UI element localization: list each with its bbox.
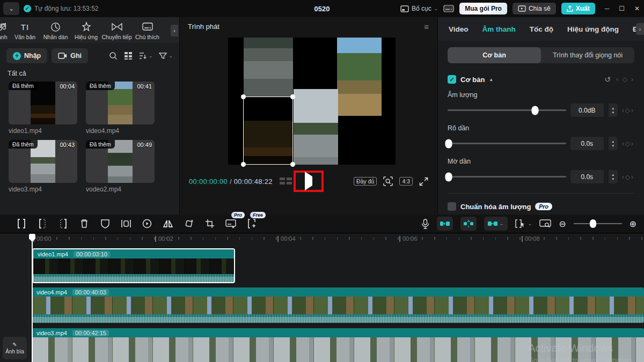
tab-video[interactable]: Video (449, 25, 469, 33)
tab-animation[interactable]: Hiệu ứng động (567, 25, 619, 33)
keyframe-next-icon[interactable]: › (631, 76, 634, 83)
magnetic-snap-button[interactable] (437, 217, 453, 231)
tab-text[interactable]: TI Văn bản (10, 21, 40, 40)
tab-effects[interactable]: Hiệu ứng (71, 21, 101, 40)
subtab-basic[interactable]: Cơ bản (448, 47, 541, 63)
tab-audio-active[interactable]: Âm thanh (482, 25, 516, 33)
player-menu-icon[interactable]: ≡ (424, 22, 429, 31)
voiceover-mic-icon[interactable] (421, 219, 429, 229)
speed-button[interactable] (141, 217, 153, 230)
link-clips-button[interactable]: ⌄ (484, 217, 508, 231)
delete-button[interactable] (78, 217, 91, 230)
export-button[interactable]: Xuất (561, 3, 595, 14)
keyframe-icon[interactable]: ◇ (622, 76, 628, 83)
extract-clip-button[interactable]: Free (245, 217, 258, 230)
minimize-button[interactable]: ─ (605, 5, 610, 12)
fullscreen-icon[interactable] (419, 177, 428, 186)
split-left-button[interactable] (36, 217, 49, 230)
step-up-icon[interactable]: ▲ (611, 107, 614, 110)
focus-zoom-icon[interactable] (383, 176, 393, 186)
tab-audio[interactable]: anh (0, 21, 10, 40)
tab-transitions[interactable]: Chuyển tiếp (101, 21, 132, 40)
step-up-icon[interactable]: ▲ (611, 140, 614, 143)
maximize-button[interactable]: ☐ (619, 5, 625, 12)
timeline-ruler[interactable]: 00:00 00:02 00:04 00:06 00:08 (30, 234, 644, 245)
pages-icon[interactable] (279, 176, 293, 186)
aspect-ratio-button[interactable]: 4:3 (399, 177, 413, 186)
subtab-voice-changer[interactable]: Trình thay đổi giọng nói (541, 47, 634, 63)
fade-out-value[interactable]: 0.0s (570, 170, 604, 183)
crop-button[interactable] (203, 217, 216, 230)
preview-axis-icon[interactable] (539, 219, 551, 228)
step-down-icon[interactable]: ▼ (611, 178, 614, 181)
fade-out-stepper[interactable]: ▲▼ (608, 170, 618, 183)
buy-pro-button[interactable]: Mua gói Pro (459, 3, 507, 14)
remove-caption-button[interactable]: Pro (224, 217, 237, 230)
captions-panel-icon[interactable] (443, 5, 454, 12)
fade-out-slider-thumb[interactable] (445, 172, 452, 181)
keyframe-prev-icon[interactable]: ‹ (616, 76, 619, 83)
fade-in-slider[interactable] (448, 143, 566, 144)
search-icon[interactable] (109, 51, 118, 60)
transform-handle[interactable] (241, 94, 246, 99)
record-button[interactable]: Ghi (52, 48, 88, 63)
timeline-clip[interactable]: video4.mp4 00:00:40:03 (32, 287, 644, 323)
transform-handle[interactable] (290, 162, 295, 167)
keyframe-next-icon[interactable]: › (631, 173, 634, 181)
media-item[interactable]: Đã thêm 00:49 vodeo2.mp4 (86, 140, 155, 194)
transform-handle[interactable] (241, 162, 246, 167)
keyframe-icon[interactable]: ◇ (625, 173, 631, 181)
normalize-checkbox[interactable] (448, 202, 456, 211)
collapse-icon[interactable]: ▲ (489, 77, 493, 82)
media-item[interactable]: Đã thêm 00:04 video1.mp4 (9, 82, 77, 136)
keyframe-icon[interactable]: ◇ (625, 140, 631, 147)
tab-captions[interactable]: Chú thích (132, 21, 163, 40)
keyframe-next-icon[interactable]: › (631, 140, 634, 147)
select-tool-button[interactable]: ⌄ (515, 219, 532, 228)
more-tabs-button[interactable]: › (636, 23, 644, 35)
playhead[interactable] (32, 234, 33, 362)
tab-stickers[interactable]: Nhãn dán (40, 21, 71, 40)
step-down-icon[interactable]: ▼ (611, 111, 614, 114)
main-menu-button[interactable]: ⌄ (3, 2, 19, 15)
share-button[interactable]: Chia sẻ (513, 3, 556, 14)
fade-in-value[interactable]: 0.0s (570, 137, 604, 150)
play-button[interactable] (305, 176, 312, 186)
flip-button[interactable] (162, 217, 174, 230)
volume-slider-thumb[interactable] (532, 106, 539, 115)
media-item[interactable]: Đã thêm 00:43 video3.mp4 (9, 140, 77, 194)
transform-handle[interactable] (290, 94, 295, 99)
preview-clip-highway[interactable] (294, 89, 338, 165)
fade-out-slider[interactable] (448, 176, 566, 178)
close-button[interactable]: ✕ (634, 5, 640, 12)
zoom-slider-thumb[interactable] (590, 219, 596, 228)
mirror-frame-button[interactable] (120, 217, 133, 230)
zoom-in-icon[interactable]: ⊕ (630, 219, 636, 229)
timeline-zoom-slider[interactable] (574, 223, 622, 224)
zoom-out-icon[interactable]: ⊖ (559, 219, 566, 229)
more-tabs-button[interactable]: › (171, 25, 178, 36)
preview-clip-selected[interactable] (243, 97, 293, 165)
reset-icon[interactable]: ↺ (604, 75, 611, 84)
fade-in-stepper[interactable]: ▲▼ (608, 137, 618, 150)
volume-stepper[interactable]: ▲▼ (608, 104, 618, 117)
basic-section-checkbox[interactable]: ✓ (448, 75, 456, 84)
split-right-button[interactable] (57, 217, 70, 230)
split-button[interactable] (15, 217, 28, 230)
filter-button[interactable]: ⌄ (159, 52, 173, 60)
preview-clip-road[interactable] (244, 38, 293, 97)
cover-button[interactable]: ✎ Ảnh bìa (3, 337, 27, 359)
import-button[interactable]: + Nhập (6, 48, 47, 63)
fade-in-slider-thumb[interactable] (445, 139, 452, 148)
layout-button[interactable]: Bố cục ⌄ (400, 5, 438, 12)
mask-button[interactable] (99, 217, 112, 230)
keyframe-icon[interactable]: ◇ (625, 107, 631, 114)
auto-ripple-button[interactable] (460, 217, 477, 231)
filter-all-label[interactable]: Tất cả (0, 63, 179, 77)
step-up-icon[interactable]: ▲ (611, 173, 614, 176)
timeline-clip-selected[interactable]: video1.mp4 00:00:03:10 (32, 248, 235, 283)
preview-canvas[interactable] (228, 38, 396, 165)
rotate-button[interactable] (182, 217, 195, 230)
sort-button[interactable]: ⌄ (139, 52, 153, 60)
timeline-clip[interactable]: video3.mp4 00:00:42:15 (32, 328, 644, 362)
